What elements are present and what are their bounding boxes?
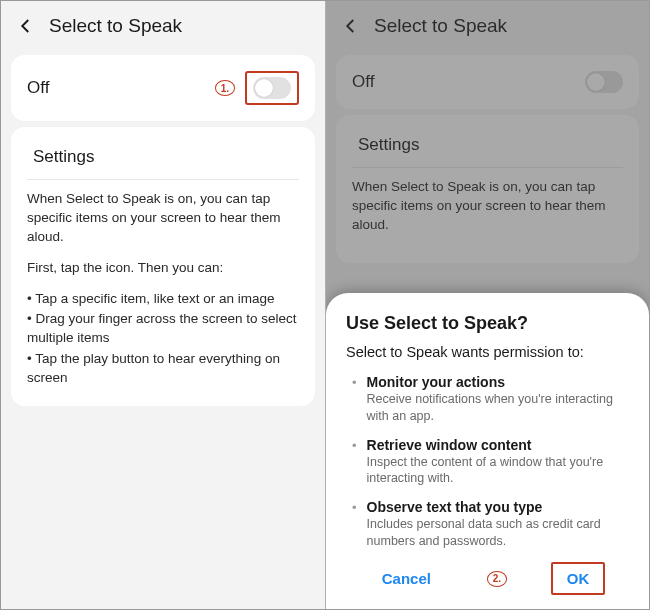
- desc-bullet: Drag your finger across the screen to se…: [27, 310, 299, 348]
- permission-dialog: Use Select to Speak? Select to Speak wan…: [326, 293, 649, 609]
- screenshot-right: Select to Speak Off Settings When Select…: [325, 1, 649, 609]
- feature-toggle[interactable]: [585, 71, 623, 93]
- desc-para-1: When Select to Speak is on, you can tap …: [352, 178, 623, 235]
- app-header: Select to Speak: [1, 1, 325, 49]
- feature-toggle[interactable]: [253, 77, 291, 99]
- screenshot-left: Select to Speak Off 1. Settings When Sel…: [1, 1, 325, 609]
- permission-title: Monitor your actions: [367, 374, 629, 390]
- app-header: Select to Speak: [326, 1, 649, 49]
- settings-heading[interactable]: Settings: [27, 143, 299, 180]
- dialog-actions: Cancel 2. OK: [346, 562, 629, 595]
- desc-para-2: First, tap the icon. Then you can:: [27, 259, 299, 278]
- toggle-state-label: Off: [27, 78, 49, 98]
- dialog-title: Use Select to Speak?: [346, 313, 629, 334]
- settings-card: Settings When Select to Speak is on, you…: [11, 127, 315, 406]
- callout-marker-1: 1.: [215, 80, 235, 96]
- desc-para-1: When Select to Speak is on, you can tap …: [27, 190, 299, 247]
- settings-heading[interactable]: Settings: [352, 131, 623, 168]
- permission-list: Monitor your actions Receive notificatio…: [346, 374, 629, 550]
- settings-description: When Select to Speak is on, you can tap …: [27, 190, 299, 388]
- dialog-subtitle: Select to Speak wants permission to:: [346, 344, 629, 360]
- highlight-box-1: [245, 71, 299, 105]
- permission-desc: Receive notifications when you're intera…: [367, 391, 629, 425]
- toggle-card: Off: [336, 55, 639, 109]
- permission-desc: Includes personal data such as credit ca…: [367, 516, 629, 550]
- permission-item: Retrieve window content Inspect the cont…: [352, 437, 629, 488]
- back-icon[interactable]: [17, 17, 35, 35]
- permission-title: Observe text that you type: [367, 499, 629, 515]
- page-title: Select to Speak: [49, 15, 182, 37]
- back-icon[interactable]: [342, 17, 360, 35]
- page-title: Select to Speak: [374, 15, 507, 37]
- permission-title: Retrieve window content: [367, 437, 629, 453]
- ok-button[interactable]: OK: [551, 562, 606, 595]
- toggle-state-label: Off: [352, 72, 374, 92]
- permission-item: Monitor your actions Receive notificatio…: [352, 374, 629, 425]
- settings-card: Settings When Select to Speak is on, you…: [336, 115, 639, 263]
- desc-bullet: Tap a specific item, like text or an ima…: [27, 290, 299, 309]
- cancel-button[interactable]: Cancel: [370, 562, 443, 595]
- settings-description: When Select to Speak is on, you can tap …: [352, 178, 623, 235]
- permission-desc: Inspect the content of a window that you…: [367, 454, 629, 488]
- desc-bullet: Tap the play button to hear everything o…: [27, 350, 299, 388]
- permission-item: Observe text that you type Includes pers…: [352, 499, 629, 550]
- callout-marker-2: 2.: [487, 571, 507, 587]
- toggle-card: Off 1.: [11, 55, 315, 121]
